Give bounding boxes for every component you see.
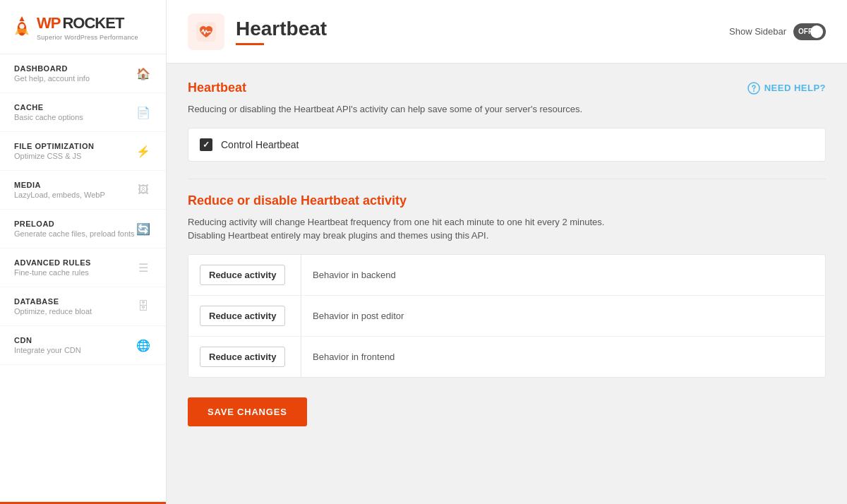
nav-text-cache: CACHE Basic cache options	[14, 103, 135, 121]
heart-pulse-icon	[196, 22, 216, 42]
nav-icon-dashboard: 🏠	[135, 65, 152, 82]
reduce-section-title: Reduce or disable Heartbeat activity	[188, 193, 826, 208]
sidebar-item-dashboard[interactable]: DASHBOARD Get help, account info 🏠	[0, 54, 166, 93]
nav-items: DASHBOARD Get help, account info 🏠 CACHE…	[0, 54, 166, 365]
sidebar-item-cache[interactable]: CACHE Basic cache options 📄	[0, 93, 166, 132]
nav-subtitle-advanced-rules: Fine-tune cache rules	[14, 268, 135, 277]
rocket-logo-icon	[14, 16, 30, 39]
nav-icon-preload: 🔄	[135, 220, 152, 237]
control-heartbeat-label: Control Heartbeat	[221, 139, 299, 150]
nav-title-media: MEDIA	[14, 181, 135, 189]
nav-text-advanced-rules: ADVANCED RULES Fine-tune cache rules	[14, 258, 135, 277]
sidebar-item-database[interactable]: DATABASE Optimize, reduce bloat 🗄	[0, 287, 166, 326]
behavior-row-1: Reduce activity Behavior in post editor	[188, 296, 825, 337]
behavior-action-cell-0: Reduce activity	[188, 255, 301, 295]
nav-title-cache: CACHE	[14, 103, 135, 112]
reduce-desc-line2: Disabling Heartbeat entirely may break p…	[188, 230, 488, 241]
logo-area: WP ROCKET Superior WordPress Performance	[0, 0, 166, 54]
sidebar-item-advanced-rules[interactable]: ADVANCED RULES Fine-tune cache rules ☰	[0, 248, 166, 287]
behavior-table: Reduce activity Behavior in backend Redu…	[188, 254, 826, 378]
sidebar-toggle-switch[interactable]: OFF	[793, 23, 826, 40]
nav-title-dashboard: DASHBOARD	[14, 64, 135, 73]
behavior-action-button-2[interactable]: Reduce activity	[200, 347, 285, 367]
nav-icon-cdn: 🌐	[135, 337, 152, 354]
reduce-desc-line1: Reducing activity will change Heartbeat …	[188, 217, 604, 227]
nav-text-file-optimization: FILE OPTIMIZATION Optimize CSS & JS	[14, 142, 135, 160]
nav-text-cdn: CDN Integrate your CDN	[14, 336, 135, 354]
sidebar-item-cdn[interactable]: CDN Integrate your CDN 🌐	[0, 326, 166, 365]
nav-icon-file-optimization: ⚡	[135, 143, 152, 160]
nav-icon-advanced-rules: ☰	[135, 259, 152, 276]
logo-text: WP ROCKET Superior WordPress Performance	[37, 14, 138, 41]
behavior-action-button-1[interactable]: Reduce activity	[200, 306, 285, 326]
nav-text-dashboard: DASHBOARD Get help, account info	[14, 64, 135, 83]
sidebar-item-file-optimization[interactable]: FILE OPTIMIZATION Optimize CSS & JS ⚡	[0, 132, 166, 171]
page-header: Heartbeat Show Sidebar OFF	[167, 0, 847, 64]
nav-title-advanced-rules: ADVANCED RULES	[14, 258, 135, 267]
behavior-row-0: Reduce activity Behavior in backend	[188, 255, 825, 296]
page-title: Heartbeat	[236, 18, 327, 40]
svg-point-2	[19, 24, 24, 29]
nav-subtitle-database: Optimize, reduce bloat	[14, 307, 135, 316]
nav-subtitle-file-optimization: Optimize CSS & JS	[14, 152, 135, 160]
logo-wp: WP	[37, 14, 60, 32]
nav-icon-media: 🖼	[135, 181, 152, 198]
toggle-off-label: OFF	[798, 28, 812, 35]
page-header-left: Heartbeat	[188, 13, 327, 50]
heartbeat-page-icon	[188, 13, 224, 50]
nav-title-preload: PRELOAD	[14, 220, 135, 228]
nav-subtitle-media: LazyLoad, embeds, WebP	[14, 191, 135, 199]
logo-container: WP ROCKET Superior WordPress Performance	[14, 14, 152, 41]
nav-title-database: DATABASE	[14, 297, 135, 306]
control-heartbeat-checkbox[interactable]	[200, 138, 212, 151]
nav-text-preload: PRELOAD Generate cache files, preload fo…	[14, 220, 135, 238]
sidebar-toggle-area: Show Sidebar OFF	[729, 23, 826, 40]
page-title-underline	[236, 43, 264, 45]
need-help-label: NEED HELP?	[764, 83, 826, 93]
nav-text-database: DATABASE Optimize, reduce bloat	[14, 297, 135, 316]
nav-subtitle-cache: Basic cache options	[14, 113, 135, 121]
behavior-location-0: Behavior in backend	[301, 260, 407, 290]
control-heartbeat-card: Control Heartbeat	[188, 128, 826, 162]
section-divider	[188, 179, 826, 179]
heartbeat-description: Reducing or disabling the Heartbeat API'…	[188, 102, 826, 116]
sidebar-item-media[interactable]: MEDIA LazyLoad, embeds, WebP 🖼	[0, 171, 166, 210]
heartbeat-section-title: Heartbeat	[188, 80, 246, 95]
logo-rocket: ROCKET	[62, 14, 124, 32]
page-title-block: Heartbeat	[236, 18, 327, 45]
nav-subtitle-preload: Generate cache files, preload fonts	[14, 229, 135, 238]
logo-tagline: Superior WordPress Performance	[37, 34, 138, 41]
nav-subtitle-dashboard: Get help, account info	[14, 74, 135, 83]
main-content: Heartbeat Show Sidebar OFF Heartbeat NE	[167, 0, 847, 504]
sidebar: WP ROCKET Superior WordPress Performance…	[0, 0, 167, 504]
nav-title-cdn: CDN	[14, 336, 135, 344]
behavior-location-2: Behavior in frontend	[301, 342, 406, 372]
behavior-action-cell-1: Reduce activity	[188, 296, 301, 336]
behavior-row-2: Reduce activity Behavior in frontend	[188, 337, 825, 377]
behavior-action-button-0[interactable]: Reduce activity	[200, 265, 285, 285]
help-circle-icon	[747, 82, 760, 95]
behavior-action-cell-2: Reduce activity	[188, 337, 301, 377]
sidebar-item-preload[interactable]: PRELOAD Generate cache files, preload fo…	[0, 210, 166, 248]
save-changes-button[interactable]: SAVE CHANGES	[188, 397, 307, 426]
nav-icon-cache: 📄	[135, 104, 152, 121]
sidebar-toggle-label: Show Sidebar	[729, 26, 786, 37]
behavior-location-1: Behavior in post editor	[301, 301, 415, 331]
reduce-description: Reducing activity will change Heartbeat …	[188, 215, 826, 243]
svg-marker-3	[19, 16, 24, 21]
svg-point-6	[753, 90, 755, 92]
nav-subtitle-cdn: Integrate your CDN	[14, 346, 135, 354]
heartbeat-section-header: Heartbeat NEED HELP?	[188, 80, 826, 95]
need-help-button[interactable]: NEED HELP?	[747, 82, 826, 95]
nav-icon-database: 🗄	[135, 298, 152, 315]
content-area: Heartbeat NEED HELP? Reducing or disabli…	[167, 64, 847, 443]
nav-text-media: MEDIA LazyLoad, embeds, WebP	[14, 181, 135, 199]
nav-title-file-optimization: FILE OPTIMIZATION	[14, 142, 135, 150]
